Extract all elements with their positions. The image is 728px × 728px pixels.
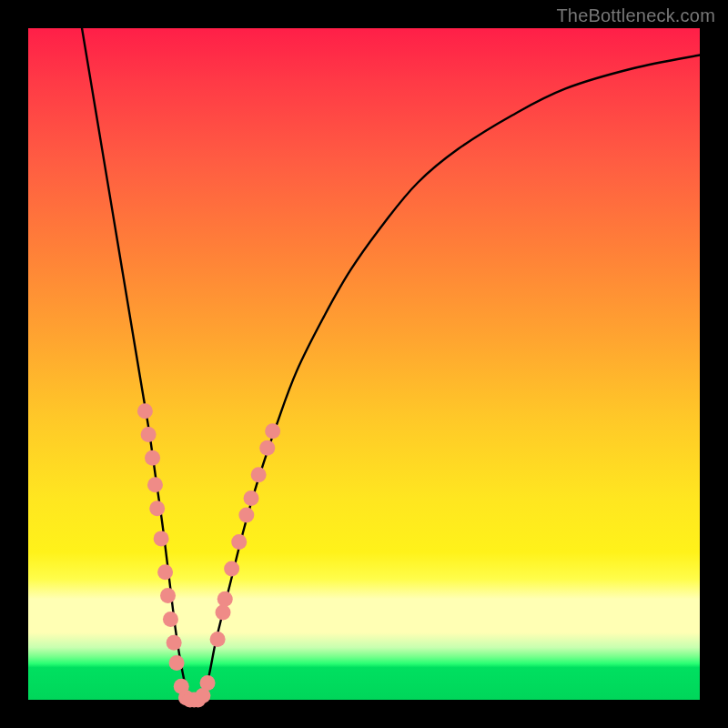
highlight-dot <box>163 612 178 627</box>
chart-svg <box>28 28 700 700</box>
highlight-dot <box>147 477 163 492</box>
highlight-dot <box>265 423 280 439</box>
curve-layer <box>82 28 700 702</box>
highlight-dot <box>200 675 216 691</box>
highlight-dot <box>259 440 275 456</box>
bottleneck-curve <box>82 28 700 702</box>
highlight-dot <box>141 427 157 442</box>
highlight-dot <box>167 635 182 651</box>
highlight-dot <box>251 467 267 482</box>
highlight-dot <box>231 534 247 550</box>
highlight-dot <box>210 632 226 647</box>
highlight-dot <box>217 592 233 607</box>
highlight-dot <box>216 605 231 621</box>
highlight-dot <box>160 588 176 603</box>
highlight-dot <box>154 531 169 546</box>
highlight-dot <box>169 655 185 671</box>
highlight-dots <box>137 403 280 707</box>
highlight-dot <box>224 561 239 577</box>
highlight-dot <box>238 508 254 523</box>
highlight-dot <box>145 450 160 466</box>
highlight-dot <box>137 403 153 419</box>
outer-frame: TheBottleneck.com <box>0 0 728 728</box>
highlight-dot <box>149 500 165 516</box>
highlight-dot <box>244 490 259 506</box>
watermark-text: TheBottleneck.com <box>556 5 715 26</box>
highlight-dot <box>157 564 173 580</box>
